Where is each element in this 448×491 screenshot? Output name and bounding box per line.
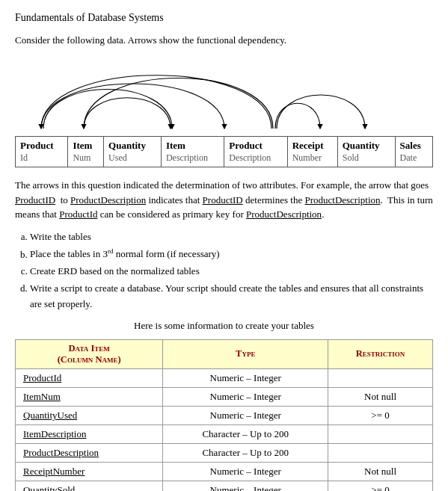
- column-cell: QuantitySold: [337, 137, 395, 167]
- table-row: QuantitySoldNumeric – Integer>= 0: [16, 481, 433, 491]
- data-item-restriction: >= 0: [328, 406, 433, 424]
- productid-ref2: ProductID: [203, 194, 243, 206]
- data-item-restriction: [328, 443, 433, 462]
- table-header-row: Data Item(Column Name) Type Restriction: [16, 339, 433, 368]
- data-item-type: Character – Up to 200: [163, 424, 328, 443]
- data-item-name: ItemDescription: [16, 424, 163, 443]
- data-item-name: ItemNum: [16, 387, 163, 406]
- task-item: Create ERD based on the normalized table…: [30, 264, 433, 280]
- intro-text: Consider the following data. Arrows show…: [15, 34, 433, 46]
- data-item-name: QuantitySold: [16, 481, 163, 491]
- productdesc-ref2: ProductDescription: [304, 194, 380, 206]
- data-item-restriction: [328, 424, 433, 443]
- column-cell: ReceiptNumber: [287, 137, 337, 167]
- diagram-area: ProductIdItemNumQuantityUsedItemDescript…: [15, 54, 433, 167]
- col-header-name: Data Item(Column Name): [16, 339, 163, 368]
- table-row: ItemNumNumeric – IntegerNot null: [16, 387, 433, 406]
- data-item-type: Numeric – Integer: [163, 368, 328, 387]
- task-item: Write a script to create a database. You…: [30, 281, 433, 312]
- data-item-name: ProductId: [16, 368, 163, 387]
- data-item-type: Numeric – Integer: [163, 387, 328, 406]
- column-cell: SalesDate: [395, 137, 432, 167]
- arrows-svg: [15, 54, 434, 136]
- data-item-restriction: Not null: [328, 387, 433, 406]
- task-item: Place the tables in 3rd normal form (if …: [30, 246, 433, 262]
- productdesc-ref1: ProductDescription: [70, 194, 146, 206]
- data-item-restriction: [328, 368, 433, 387]
- productid-ref3: ProductId: [59, 209, 97, 220]
- data-item-restriction: Not null: [328, 462, 433, 481]
- column-cell: ProductId: [16, 137, 68, 167]
- columns-table: ProductIdItemNumQuantityUsedItemDescript…: [15, 136, 433, 167]
- productdesc-ref3: ProductDescription: [246, 209, 322, 220]
- data-item-name: ReceiptNumber: [16, 462, 163, 481]
- table-row: ProductIdNumeric – Integer: [16, 368, 433, 387]
- task-list: Write the tablesPlace the tables in 3rd …: [30, 229, 433, 312]
- table-row: ReceiptNumberNumeric – IntegerNot null: [16, 462, 433, 481]
- column-cell: ItemDescription: [161, 137, 224, 167]
- data-item-type: Numeric – Integer: [163, 462, 328, 481]
- data-item-type: Numeric – Integer: [163, 481, 328, 491]
- data-item-restriction: >= 0: [328, 481, 433, 491]
- col-header-restriction: Restriction: [328, 339, 433, 368]
- col-header-type: Type: [163, 339, 328, 368]
- productid-ref1: ProductID: [15, 194, 55, 206]
- data-item-name: QuantityUsed: [16, 406, 163, 424]
- data-item-type: Character – Up to 200: [163, 443, 328, 462]
- column-cell: ItemNum: [68, 137, 104, 167]
- task-item: Write the tables: [30, 229, 433, 245]
- data-items-table: Data Item(Column Name) Type Restriction …: [15, 339, 433, 491]
- table-row: ProductDescriptionCharacter – Up to 200: [16, 443, 433, 462]
- explanation-text: The arrows in this question indicated th…: [15, 178, 433, 222]
- page-title: Fundamentals of Database Systems: [15, 12, 433, 24]
- data-item-type: Numeric – Integer: [163, 406, 328, 424]
- column-cell: ProductDescription: [224, 137, 287, 167]
- table-row: ItemDescriptionCharacter – Up to 200: [16, 424, 433, 443]
- column-cell: QuantityUsed: [104, 137, 162, 167]
- center-note: Here is some information to create your …: [15, 320, 433, 332]
- data-item-name: ProductDescription: [16, 443, 163, 462]
- table-row: QuantityUsedNumeric – Integer>= 0: [16, 406, 433, 424]
